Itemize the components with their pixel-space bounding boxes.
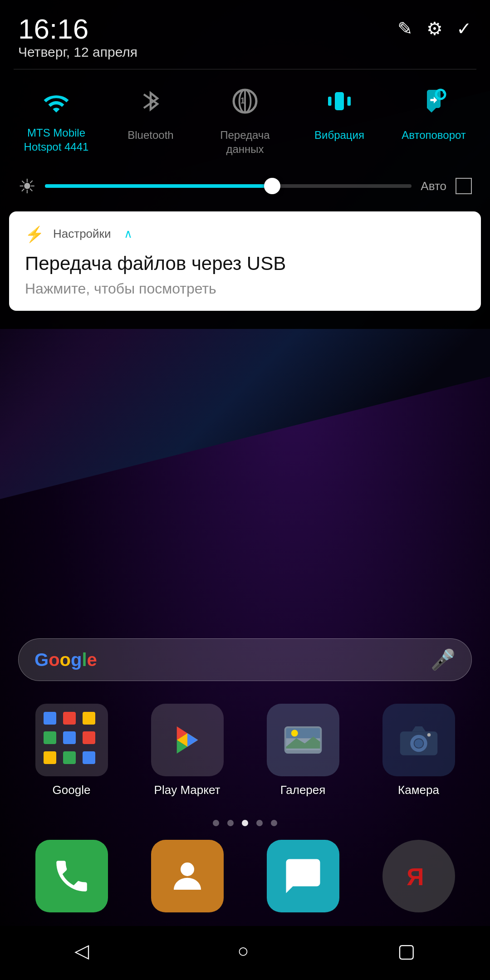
page-dot-5[interactable] (271, 820, 277, 826)
dock-icon-yandex: Я (382, 840, 455, 912)
status-icons: ✎ ⚙ ✓ (397, 14, 472, 39)
google-search-bar[interactable]: Google 🎤 (18, 638, 472, 681)
auto-label: Авто (421, 179, 446, 193)
edit-icon[interactable]: ✎ (397, 18, 413, 39)
google-mic-icon[interactable]: 🎤 (431, 648, 456, 671)
app-icon-camera (382, 704, 455, 776)
back-button[interactable]: ◁ (74, 940, 89, 962)
notification-subtitle: Нажмите, чтобы посмотреть (25, 280, 465, 297)
dock-icon-contacts (151, 840, 224, 912)
brightness-icon: ☀ (18, 175, 36, 198)
brightness-slider[interactable] (45, 184, 412, 188)
svg-text:Я: Я (407, 863, 424, 890)
notification-header: ⚡ Настройки ∧ (25, 225, 465, 243)
bluetooth-icon (140, 88, 162, 121)
google-apps-grid-icon (35, 704, 108, 776)
clock: 16:16 (18, 14, 137, 44)
svg-point-13 (427, 733, 431, 737)
qs-autorotate-label: Автоповорот (402, 128, 466, 142)
usb-icon: ⚡ (25, 225, 44, 243)
dock-phone[interactable] (18, 840, 125, 912)
dock-icon-messages (267, 840, 339, 912)
quick-settings: MTS MobileHotspot 4441 Bluetooth 1 Перед (0, 69, 490, 170)
app-label-play: Play Маркет (154, 783, 220, 797)
app-icon-gallery (267, 704, 339, 776)
app-google[interactable]: Google (18, 704, 125, 797)
qs-bluetooth-label: Bluetooth (127, 128, 173, 142)
notification-shade: 16:16 Четверг, 12 апреля ✎ ⚙ ✓ MTS Mobil… (0, 0, 490, 329)
google-logo: Google (34, 650, 97, 670)
page-dot-4[interactable] (256, 820, 263, 826)
app-grid: Google Play Маркет (0, 704, 490, 811)
notification-card[interactable]: ⚡ Настройки ∧ Передача файлов через USB … (9, 211, 481, 311)
notification-chevron-icon: ∧ (124, 227, 132, 241)
settings-icon[interactable]: ⚙ (426, 18, 443, 39)
dock-messages[interactable] (250, 840, 356, 912)
qs-data[interactable]: 1 Передачаданных (204, 88, 286, 156)
svg-rect-20 (335, 92, 344, 110)
svg-point-12 (414, 739, 423, 748)
app-gallery[interactable]: Галерея (250, 704, 356, 797)
qs-vibration-label: Вибрация (314, 128, 364, 142)
svg-point-8 (291, 730, 298, 737)
app-icon-play (151, 704, 224, 776)
brightness-thumb[interactable] (264, 178, 280, 194)
qs-autorotate[interactable]: Автоповорот (393, 88, 475, 156)
recents-button[interactable]: ▢ (397, 940, 416, 962)
qs-vibration[interactable]: Вибрация (299, 88, 380, 156)
autorotate-icon (420, 88, 447, 121)
page-dot-3[interactable] (242, 820, 248, 826)
svg-marker-4 (187, 733, 198, 747)
wifi-icon (43, 88, 70, 119)
brightness-fill (45, 184, 272, 188)
app-play[interactable]: Play Маркет (134, 704, 240, 797)
nav-bar: ◁ ○ ▢ (0, 926, 490, 980)
qs-data-label: Передачаданных (220, 128, 270, 156)
app-camera[interactable]: Камера (365, 704, 472, 797)
bottom-dock: Я (0, 840, 490, 926)
app-label-camera: Камера (398, 783, 439, 797)
page-dot-1[interactable] (213, 820, 219, 826)
svg-rect-22 (348, 97, 351, 106)
expand-icon[interactable]: ✓ (456, 18, 472, 39)
qs-wifi-label: MTS MobileHotspot 4441 (24, 126, 89, 154)
notification-title: Передача файлов через USB (25, 252, 465, 275)
app-label-gallery: Галерея (280, 783, 326, 797)
notification-app-name: Настройки (53, 227, 111, 241)
dock-contacts[interactable] (134, 840, 240, 912)
svg-point-14 (181, 862, 194, 876)
status-bar: 16:16 Четверг, 12 апреля ✎ ⚙ ✓ (0, 0, 490, 69)
svg-rect-21 (328, 97, 332, 106)
app-label-google: Google (53, 783, 91, 797)
status-time-date: 16:16 Четверг, 12 апреля (18, 14, 137, 60)
date-label: Четверг, 12 апреля (18, 44, 137, 60)
qs-bluetooth[interactable]: Bluetooth (110, 88, 191, 156)
page-dots (0, 811, 490, 840)
page-dot-2[interactable] (227, 820, 234, 826)
home-button[interactable]: ○ (237, 940, 249, 962)
auto-brightness-checkbox[interactable] (456, 178, 472, 194)
brightness-row: ☀ Авто (0, 170, 490, 207)
dock-yandex[interactable]: Я (365, 840, 472, 912)
dock-icon-phone (35, 840, 108, 912)
vibration-icon (326, 88, 353, 121)
data-icon: 1 (231, 88, 259, 121)
qs-wifi[interactable]: MTS MobileHotspot 4441 (15, 88, 97, 156)
svg-text:1: 1 (240, 96, 245, 105)
